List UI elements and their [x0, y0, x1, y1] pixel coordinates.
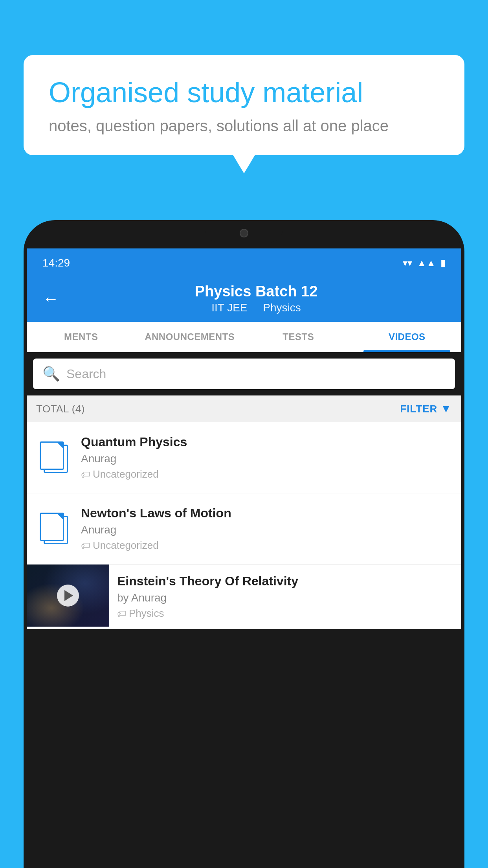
- tab-ments[interactable]: MENTS: [27, 322, 136, 352]
- list-item[interactable]: Quantum Physics Anurag 🏷 Uncategorized: [27, 422, 461, 493]
- video-info-1: Quantum Physics Anurag 🏷 Uncategorized: [81, 435, 452, 480]
- tag-icon-1: 🏷: [81, 469, 90, 480]
- file-icon: [40, 513, 68, 545]
- filter-button[interactable]: FILTER ▼: [400, 403, 452, 415]
- header-center: Physics Batch 12 IIT JEE Physics: [67, 283, 446, 314]
- tab-videos[interactable]: VIDEOS: [353, 322, 462, 352]
- phone-screen: 14:29 ▾▾ ▲▲ ▮ ← Physics Batch 12 IIT JEE…: [27, 248, 461, 868]
- subtitle-part2: Physics: [263, 302, 301, 314]
- signal-icon: ▲▲: [417, 257, 436, 268]
- speech-bubble: Organised study material notes, question…: [24, 55, 464, 155]
- video-author-3: by Anurag: [117, 592, 453, 604]
- play-button[interactable]: [57, 585, 79, 607]
- total-count: TOTAL (4): [36, 403, 85, 415]
- video-tag-3: 🏷 Physics: [117, 607, 453, 620]
- wifi-icon: ▾▾: [403, 257, 412, 268]
- list-item[interactable]: Einstein's Theory Of Relativity by Anura…: [27, 565, 461, 629]
- status-icons: ▾▾ ▲▲ ▮: [403, 257, 446, 268]
- status-time: 14:29: [42, 257, 403, 269]
- bubble-title: Organised study material: [49, 75, 439, 109]
- video-info-3: Einstein's Theory Of Relativity by Anura…: [109, 565, 461, 629]
- tabs-bar: MENTS ANNOUNCEMENTS TESTS VIDEOS: [27, 322, 461, 352]
- video-info-2: Newton's Laws of Motion Anurag 🏷 Uncateg…: [81, 506, 452, 552]
- battery-icon: ▮: [440, 257, 446, 268]
- search-icon: 🔍: [42, 366, 60, 382]
- filter-label: FILTER: [400, 403, 437, 415]
- tag-icon-2: 🏷: [81, 540, 90, 551]
- list-item[interactable]: Newton's Laws of Motion Anurag 🏷 Uncateg…: [27, 493, 461, 565]
- app-header: ← Physics Batch 12 IIT JEE Physics: [27, 274, 461, 322]
- video-thumbnail-1: [36, 440, 72, 475]
- video-title-3: Einstein's Theory Of Relativity: [117, 574, 453, 588]
- filter-bar: TOTAL (4) FILTER ▼: [27, 395, 461, 422]
- video-title-2: Newton's Laws of Motion: [81, 506, 452, 520]
- back-button[interactable]: ←: [42, 289, 59, 308]
- tab-tests[interactable]: TESTS: [244, 322, 353, 352]
- speech-bubble-section: Organised study material notes, question…: [24, 55, 464, 155]
- file-page2: [40, 513, 64, 541]
- bubble-subtitle: notes, question papers, solutions all at…: [49, 117, 439, 135]
- header-title: Physics Batch 12: [67, 283, 446, 300]
- play-triangle-icon: [64, 590, 73, 601]
- video-tag-2: 🏷 Uncategorized: [81, 539, 452, 552]
- phone-inner: 14:29 ▾▾ ▲▲ ▮ ← Physics Batch 12 IIT JEE…: [27, 223, 461, 868]
- search-bar[interactable]: 🔍 Search: [33, 359, 455, 389]
- video-thumbnail-3: [27, 565, 109, 627]
- tab-announcements[interactable]: ANNOUNCEMENTS: [136, 322, 244, 352]
- file-icon: [40, 441, 68, 474]
- video-tag-1: 🏷 Uncategorized: [81, 468, 452, 480]
- file-page2: [40, 441, 64, 470]
- video-thumbnail-2: [36, 511, 72, 546]
- video-list: Quantum Physics Anurag 🏷 Uncategorized: [27, 422, 461, 629]
- camera: [240, 229, 248, 237]
- phone-frame: 14:29 ▾▾ ▲▲ ▮ ← Physics Batch 12 IIT JEE…: [24, 220, 464, 868]
- notch: [205, 223, 283, 243]
- search-placeholder: Search: [66, 367, 106, 381]
- video-title-1: Quantum Physics: [81, 435, 452, 449]
- video-author-1: Anurag: [81, 452, 452, 465]
- filter-icon: ▼: [440, 403, 452, 415]
- status-bar: 14:29 ▾▾ ▲▲ ▮: [27, 248, 461, 274]
- screen-content: 🔍 Search TOTAL (4) FILTER ▼: [27, 352, 461, 868]
- video-author-2: Anurag: [81, 524, 452, 536]
- subtitle-part1: IIT JEE: [211, 302, 247, 314]
- header-subtitle: IIT JEE Physics: [67, 302, 446, 314]
- tag-icon-3: 🏷: [117, 608, 127, 619]
